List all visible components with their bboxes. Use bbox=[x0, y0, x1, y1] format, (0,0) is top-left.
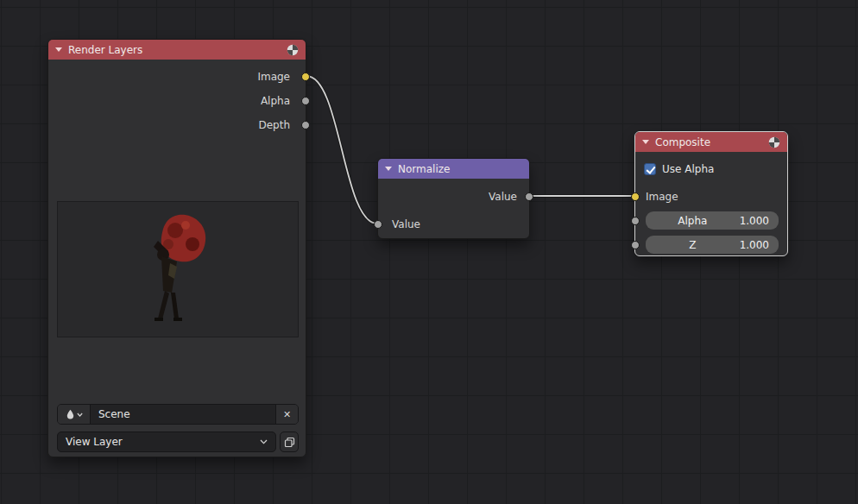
alpha-output-socket[interactable] bbox=[301, 97, 310, 105]
alpha-field-value: 1.000 bbox=[740, 215, 779, 227]
collapse-arrow-icon[interactable] bbox=[642, 140, 649, 144]
value-output-socket[interactable] bbox=[525, 192, 533, 201]
image-output-socket[interactable] bbox=[301, 72, 310, 81]
collapse-arrow-icon[interactable] bbox=[55, 47, 62, 52]
link-render-image-to-normalize-value[interactable] bbox=[306, 76, 377, 224]
depth-output-socket[interactable] bbox=[301, 121, 310, 129]
chevron-down-icon bbox=[260, 439, 268, 444]
depth-output-label: Depth bbox=[48, 115, 306, 135]
alpha-output-label: Alpha bbox=[48, 91, 306, 111]
composite-node[interactable]: Composite Use Alpha Image Alpha 1.000 Z … bbox=[634, 131, 788, 256]
use-alpha-checkbox[interactable] bbox=[644, 163, 656, 175]
image-output-label: Image bbox=[48, 66, 306, 87]
scene-selector: Scene ✕ bbox=[57, 404, 299, 425]
value-input-label: Value bbox=[378, 214, 529, 235]
z-value-field[interactable]: Z 1.000 bbox=[646, 236, 779, 254]
render-layers-node-header[interactable]: Render Layers bbox=[48, 40, 306, 60]
scene-browse-button[interactable] bbox=[58, 405, 90, 424]
scene-unlink-button[interactable]: ✕ bbox=[275, 405, 298, 424]
alpha-field-label: Alpha bbox=[646, 215, 740, 227]
node-title: Render Layers bbox=[68, 44, 281, 56]
render-result-icon bbox=[768, 136, 780, 148]
render-layers-node[interactable]: Render Layers Image Alpha Depth bbox=[47, 39, 306, 457]
normalize-node-header[interactable]: Normalize bbox=[378, 159, 529, 179]
node-title: Normalize bbox=[398, 163, 522, 175]
normalize-node[interactable]: Normalize Value Value bbox=[377, 158, 530, 239]
copy-layer-icon bbox=[284, 437, 295, 448]
scene-droplet-icon bbox=[66, 409, 75, 419]
image-input-socket[interactable] bbox=[631, 192, 640, 201]
view-layer-dropdown[interactable]: View Layer bbox=[57, 432, 276, 452]
render-result-icon bbox=[287, 44, 299, 56]
alpha-input-socket[interactable] bbox=[631, 217, 640, 225]
alpha-value-field[interactable]: Alpha 1.000 bbox=[646, 211, 779, 230]
close-icon: ✕ bbox=[283, 410, 291, 419]
value-output-label: Value bbox=[378, 186, 529, 207]
scene-name-field[interactable]: Scene bbox=[90, 405, 275, 424]
image-input-label: Image bbox=[635, 186, 787, 207]
node-editor-canvas[interactable]: Render Layers Image Alpha Depth bbox=[0, 0, 858, 504]
preview-character-image bbox=[125, 206, 229, 336]
z-input-socket[interactable] bbox=[631, 241, 640, 249]
use-alpha-label: Use Alpha bbox=[662, 163, 714, 175]
chevron-down-icon bbox=[77, 413, 83, 417]
node-title: Composite bbox=[655, 136, 762, 148]
z-field-label: Z bbox=[646, 239, 740, 251]
scene-name-value: Scene bbox=[98, 408, 130, 420]
collapse-arrow-icon[interactable] bbox=[385, 167, 392, 171]
view-layer-value: View Layer bbox=[66, 436, 260, 448]
render-preview-image bbox=[57, 201, 299, 337]
value-input-socket[interactable] bbox=[374, 220, 382, 229]
new-view-layer-button[interactable] bbox=[280, 432, 299, 452]
z-field-value: 1.000 bbox=[740, 239, 779, 251]
composite-node-header[interactable]: Composite bbox=[635, 132, 787, 152]
